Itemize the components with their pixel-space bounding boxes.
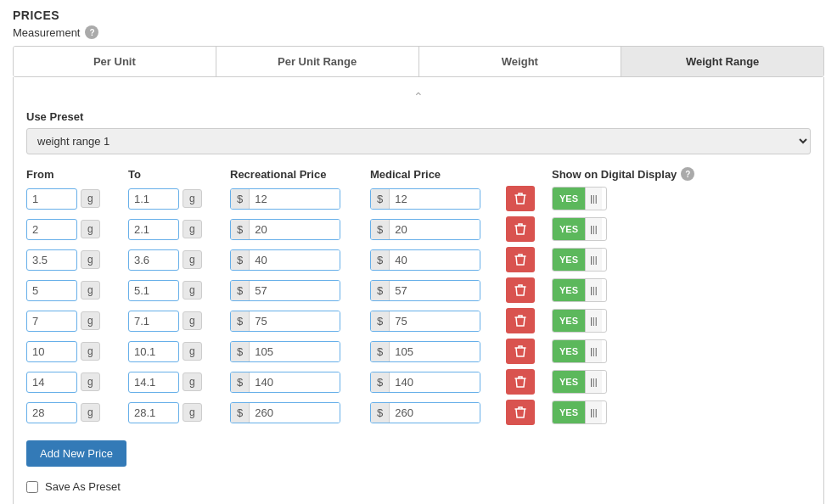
to-input-0[interactable] — [128, 188, 179, 210]
med-cell-6: $ — [370, 372, 497, 393]
rec-dollar-0: $ — [231, 189, 250, 209]
rec-input-4[interactable] — [250, 311, 340, 331]
rec-cell-0: $ — [230, 188, 357, 210]
delete-button-2[interactable] — [506, 247, 535, 272]
bars-icon-6[interactable]: ||| — [585, 371, 602, 393]
preset-select[interactable]: weight range 1 — [26, 128, 811, 154]
bars-icon-3[interactable]: ||| — [585, 279, 602, 301]
yes-toggle-0[interactable]: YES ||| — [552, 187, 607, 210]
from-unit-1: g — [81, 220, 100, 238]
rec-input-1[interactable] — [250, 220, 340, 239]
from-input-5[interactable] — [26, 341, 77, 362]
yes-toggle-6[interactable]: YES ||| — [552, 370, 607, 394]
delete-button-6[interactable] — [506, 369, 535, 395]
col-header-rec: Recreational Price — [230, 168, 326, 181]
show-display-help-icon[interactable]: ? — [681, 167, 694, 181]
from-cell-7: g — [26, 402, 124, 423]
med-input-5[interactable] — [390, 342, 480, 361]
to-cell-4: g — [128, 311, 226, 332]
med-input-1[interactable] — [390, 220, 480, 239]
med-input-6[interactable] — [390, 372, 480, 392]
to-unit-0: g — [183, 189, 202, 208]
delete-button-4[interactable] — [506, 308, 535, 333]
yes-toggle-7[interactable]: YES ||| — [552, 400, 607, 424]
rec-cell-6: $ — [230, 372, 357, 393]
show-cell-5: YES ||| — [552, 339, 811, 363]
show-cell-1: YES ||| — [552, 217, 811, 241]
to-input-5[interactable] — [128, 341, 179, 362]
from-unit-2: g — [81, 250, 100, 269]
col-header-from: From — [26, 168, 54, 181]
yes-toggle-1[interactable]: YES ||| — [552, 217, 607, 241]
to-unit-6: g — [183, 372, 202, 391]
content-box: ⌃ Use Preset weight range 1 From To Recr… — [13, 77, 824, 504]
from-input-2[interactable] — [26, 249, 77, 271]
med-cell-1: $ — [370, 219, 497, 240]
delete-button-3[interactable] — [506, 277, 535, 303]
save-as-preset-checkbox[interactable] — [26, 481, 38, 493]
med-cell-4: $ — [370, 311, 497, 332]
rec-input-6[interactable] — [250, 372, 340, 392]
del-cell-0 — [506, 186, 543, 211]
delete-button-5[interactable] — [506, 339, 535, 364]
med-input-4[interactable] — [390, 311, 480, 331]
rec-input-7[interactable] — [250, 403, 340, 423]
yes-toggle-2[interactable]: YES ||| — [552, 248, 607, 272]
price-row: g g $ $ — [26, 216, 811, 242]
to-input-6[interactable] — [128, 372, 179, 393]
to-cell-1: g — [128, 219, 226, 240]
med-input-0[interactable] — [390, 189, 480, 209]
measurement-help-icon[interactable]: ? — [85, 25, 98, 39]
med-input-2[interactable] — [390, 250, 480, 270]
yes-toggle-3[interactable]: YES ||| — [552, 278, 607, 302]
from-input-0[interactable] — [26, 188, 77, 210]
rec-input-3[interactable] — [250, 281, 340, 300]
rec-dollar-5: $ — [231, 342, 250, 361]
rec-input-0[interactable] — [250, 189, 340, 209]
to-input-3[interactable] — [128, 280, 179, 301]
tab-weight[interactable]: Weight — [419, 47, 622, 76]
med-dollar-3: $ — [371, 281, 390, 300]
bars-icon-5[interactable]: ||| — [585, 340, 602, 362]
rec-input-5[interactable] — [250, 342, 340, 361]
rec-dollar-4: $ — [231, 311, 250, 331]
to-input-1[interactable] — [128, 219, 179, 240]
bars-icon-0[interactable]: ||| — [585, 188, 602, 210]
bars-icon-4[interactable]: ||| — [585, 310, 602, 332]
yes-toggle-5[interactable]: YES ||| — [552, 339, 607, 363]
from-input-7[interactable] — [26, 402, 77, 423]
add-new-price-button[interactable]: Add New Price — [26, 440, 126, 467]
bars-icon-2[interactable]: ||| — [585, 249, 602, 271]
delete-button-7[interactable] — [506, 400, 535, 425]
tab-per-unit-range[interactable]: Per Unit Range — [216, 47, 419, 76]
yes-toggle-4[interactable]: YES ||| — [552, 309, 607, 333]
yes-label-2: YES — [553, 249, 585, 271]
from-input-3[interactable] — [26, 280, 77, 301]
med-input-7[interactable] — [390, 403, 480, 423]
delete-button-1[interactable] — [506, 216, 535, 242]
bars-icon-1[interactable]: ||| — [585, 218, 602, 240]
rec-cell-4: $ — [230, 311, 357, 332]
med-cell-2: $ — [370, 249, 497, 271]
to-input-7[interactable] — [128, 402, 179, 423]
rec-input-2[interactable] — [250, 250, 340, 270]
med-input-3[interactable] — [390, 281, 480, 300]
col-header-med: Medical Price — [370, 168, 441, 181]
to-input-2[interactable] — [128, 249, 179, 271]
to-unit-7: g — [183, 403, 202, 422]
to-unit-3: g — [183, 281, 202, 300]
from-cell-0: g — [26, 188, 124, 210]
page-wrapper: PRICES Measurement ? Per Unit Per Unit R… — [0, 0, 837, 504]
from-input-6[interactable] — [26, 372, 77, 393]
med-dollar-1: $ — [371, 220, 390, 239]
tab-per-unit[interactable]: Per Unit — [14, 47, 216, 76]
bars-icon-7[interactable]: ||| — [585, 401, 602, 423]
delete-button-0[interactable] — [506, 186, 535, 211]
from-input-4[interactable] — [26, 311, 77, 332]
to-input-4[interactable] — [128, 311, 179, 332]
to-unit-5: g — [183, 342, 202, 361]
from-input-1[interactable] — [26, 219, 77, 240]
tab-weight-range[interactable]: Weight Range — [621, 47, 823, 76]
rec-cell-5: $ — [230, 341, 357, 362]
from-cell-2: g — [26, 249, 124, 271]
